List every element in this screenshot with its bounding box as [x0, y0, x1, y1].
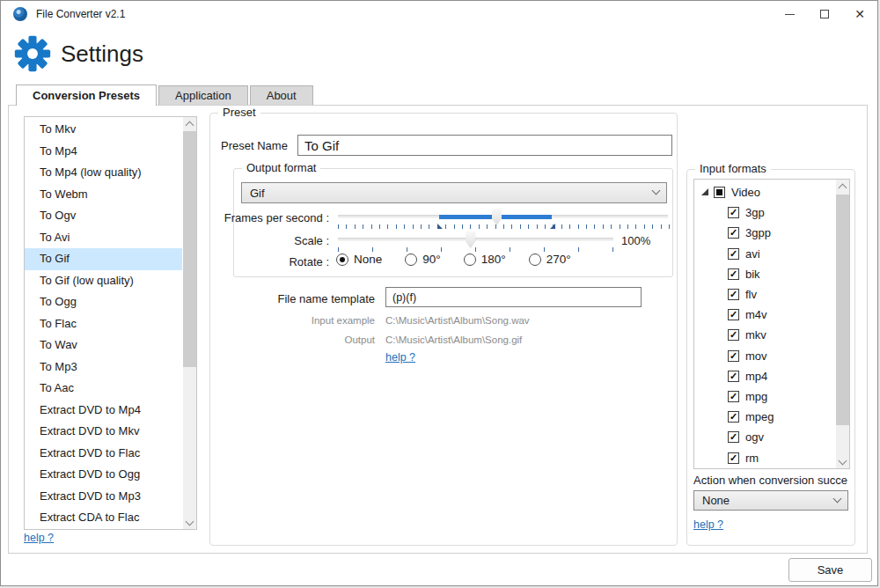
scale-value: 100%: [621, 234, 650, 247]
tree-node-3gpp[interactable]: ✓3gpp: [694, 223, 835, 243]
fps-slider-thumb[interactable]: [492, 209, 502, 225]
output-example-value: C:\Music\Artist\Album\Song.gif: [385, 334, 522, 345]
preset-list-item[interactable]: Extract DVD to Flac: [25, 443, 182, 465]
preset-list-item[interactable]: Extract DVD to Mp3: [25, 486, 182, 508]
scrollbar-thumb[interactable]: [836, 195, 849, 425]
maximize-icon: [820, 10, 829, 18]
preset-list-item[interactable]: To Gif (low quality): [25, 270, 182, 292]
checkbox-checked-icon[interactable]: ✓: [728, 207, 739, 218]
title-bar: File Converter v2.1 ✕: [1, 1, 877, 27]
tab-about[interactable]: About: [250, 85, 313, 105]
preset-list-item[interactable]: To Mkv: [25, 119, 182, 141]
tree-node-bik[interactable]: ✓bik: [694, 264, 835, 284]
checkbox-checked-icon[interactable]: ✓: [728, 391, 739, 402]
preset-list-item[interactable]: To Flac: [25, 313, 182, 335]
checkbox-checked-icon[interactable]: ✓: [728, 452, 739, 464]
tree-node-label: 3gp: [745, 206, 765, 219]
close-icon: ✕: [854, 8, 865, 20]
tree-node-flv[interactable]: ✓flv: [694, 284, 835, 305]
preset-list-item[interactable]: To Mp3: [25, 356, 182, 379]
preset-list-item[interactable]: To Ogv: [25, 205, 182, 227]
radio-icon[interactable]: [405, 254, 417, 266]
checkbox-checked-icon[interactable]: ✓: [728, 411, 739, 423]
preset-list-item[interactable]: To Avi: [25, 227, 182, 249]
input-formats-group: Input formats Video ✓3gp✓3gpp✓avi✓bik✓fl…: [686, 169, 855, 546]
tree-node-mpg[interactable]: ✓mpg: [694, 386, 835, 407]
checkbox-checked-icon[interactable]: ✓: [728, 268, 739, 280]
preset-list-item[interactable]: To Wav: [25, 334, 182, 356]
checkbox-checked-icon[interactable]: ✓: [728, 371, 739, 382]
tree-node-mpeg[interactable]: ✓mpeg: [694, 407, 835, 427]
scroll-up-icon[interactable]: [836, 180, 849, 193]
tree-node-m4v[interactable]: ✓m4v: [694, 305, 835, 325]
presets-help-link[interactable]: help ?: [24, 532, 54, 544]
preset-list-item[interactable]: To Aac: [25, 378, 182, 400]
maximize-button[interactable]: [807, 1, 842, 27]
tree-node-mkv[interactable]: ✓mkv: [694, 325, 835, 345]
input-example-value: C:\Music\Artist\Album\Song.wav: [385, 315, 530, 326]
checkbox-checked-icon[interactable]: ✓: [728, 431, 739, 443]
output-format-combo[interactable]: Gif: [241, 182, 667, 203]
scale-slider-thumb[interactable]: [466, 232, 475, 248]
scroll-down-icon[interactable]: [183, 516, 196, 529]
preset-group: Preset Preset Name To Gif Output format …: [209, 113, 678, 546]
checkbox-checked-icon[interactable]: ✓: [728, 329, 739, 341]
window-title: File Converter v2.1: [36, 8, 125, 20]
preset-list-scrollbar[interactable]: [183, 117, 196, 529]
gear-icon: [13, 34, 52, 73]
tree-node-mp4[interactable]: ✓mp4: [694, 366, 835, 386]
preset-list-item[interactable]: To Gif: [25, 248, 182, 270]
radio-icon[interactable]: [529, 254, 541, 266]
checkbox-checked-icon[interactable]: ✓: [728, 289, 739, 300]
tab-conversion-presets[interactable]: Conversion Presets: [16, 85, 157, 106]
tree-node-avi[interactable]: ✓avi: [694, 244, 835, 264]
preset-list-item[interactable]: To Mp4: [25, 141, 182, 163]
radio-icon[interactable]: [464, 254, 476, 266]
preset-list-item[interactable]: Extract CDA to Flac: [25, 507, 182, 529]
preset-list-item[interactable]: To Webm: [25, 184, 182, 206]
checkbox-checked-icon[interactable]: ✓: [728, 227, 739, 239]
fps-slider[interactable]: [338, 215, 668, 218]
file-name-template-input[interactable]: (p)(f): [385, 287, 642, 307]
scale-slider[interactable]: [338, 238, 613, 241]
input-formats-help-link[interactable]: help ?: [693, 518, 723, 531]
tree-node-label: mp4: [745, 370, 767, 383]
tree-node-ogv[interactable]: ✓ogv: [694, 427, 835, 447]
preset-name-input[interactable]: To Gif: [297, 135, 672, 156]
tree-node-mov[interactable]: ✓mov: [694, 346, 835, 366]
preset-list-item[interactable]: Extract DVD to Mp4: [25, 400, 182, 422]
minimize-button[interactable]: [772, 1, 807, 27]
radio-icon[interactable]: [336, 254, 348, 266]
tree-node-label: mpg: [745, 390, 767, 403]
close-button[interactable]: ✕: [842, 1, 877, 27]
checkbox-checked-icon[interactable]: ✓: [728, 350, 739, 362]
scale-ticks: [338, 247, 615, 252]
conversion-action-combo[interactable]: None: [693, 490, 848, 511]
rotate-option-180deg[interactable]: 180°: [464, 253, 506, 266]
tree-node-rm[interactable]: ✓rm: [694, 447, 835, 467]
rotate-option-270deg[interactable]: 270°: [529, 253, 571, 266]
scroll-up-icon[interactable]: [183, 117, 196, 130]
expander-icon[interactable]: [701, 188, 708, 195]
scrollbar-thumb[interactable]: [183, 131, 196, 367]
rotate-option-none[interactable]: None: [336, 253, 382, 266]
template-help-link[interactable]: help ?: [385, 351, 415, 364]
preset-list-item[interactable]: Extract DVD to Mkv: [25, 421, 182, 443]
scroll-down-icon[interactable]: [836, 455, 849, 468]
tab-application[interactable]: Application: [158, 85, 248, 105]
format-tree-scrollbar[interactable]: [836, 180, 849, 468]
tree-node-3gp[interactable]: ✓3gp: [694, 202, 835, 223]
preset-name-value: To Gif: [304, 138, 339, 153]
save-button[interactable]: Save: [788, 558, 872, 582]
rotate-options: None90°180°270°: [336, 253, 586, 266]
preset-list-item[interactable]: Extract DVD to Ogg: [25, 464, 182, 486]
format-tree: Video ✓3gp✓3gpp✓avi✓bik✓flv✓m4v✓mkv✓mov✓…: [693, 179, 850, 469]
preset-list-item[interactable]: To Ogg: [25, 291, 182, 313]
checkbox-checked-icon[interactable]: ✓: [728, 309, 739, 320]
checkbox-indeterminate-icon[interactable]: [714, 187, 725, 198]
checkbox-checked-icon[interactable]: ✓: [728, 248, 739, 260]
rotate-option-90deg[interactable]: 90°: [405, 253, 440, 266]
chevron-down-icon: [652, 187, 661, 195]
tree-node-video[interactable]: Video: [694, 182, 835, 202]
preset-list-item[interactable]: To Mp4 (low quality): [25, 162, 182, 184]
